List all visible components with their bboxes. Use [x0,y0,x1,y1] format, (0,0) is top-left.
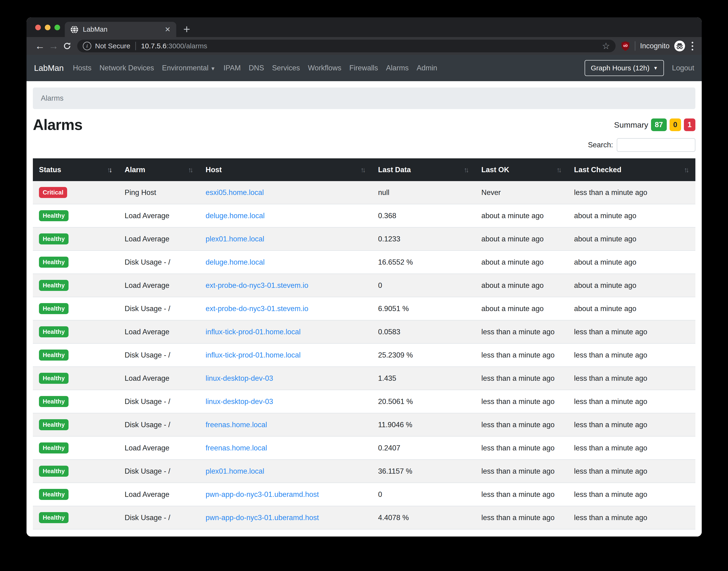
last-data-cell: 6.9051 % [372,297,475,320]
column-header-last-data[interactable]: Last Data↑↓ [372,158,475,181]
close-window-button[interactable] [35,25,41,30]
table-row: HealthyLoad Averagelinux-desktop-dev-031… [33,367,695,390]
last-ok-cell: less than a minute ago [475,320,568,343]
host-link[interactable]: deluge.home.local [206,212,265,220]
sort-icon[interactable]: ↑↓ [107,166,112,174]
graph-hours-button[interactable]: Graph Hours (12h) ▼ [585,60,664,76]
last-ok-cell: less than a minute ago [475,390,568,413]
column-header-status[interactable]: Status↑↓ [33,158,118,181]
summary-warning-badge: 0 [669,118,681,131]
table-row: HealthyDisk Usage - /pwn-app-do-nyc3-01.… [33,506,695,529]
last-data-cell: 4.4078 % [372,506,475,529]
host-cell: ext-probe-do-nyc3-01.stevem.io [200,274,372,297]
nav-item-environmental[interactable]: Environmental▼ [158,64,219,72]
nav-item-network-devices[interactable]: Network Devices [96,64,158,72]
nav-item-ipam[interactable]: IPAM [219,64,245,72]
new-tab-button[interactable]: + [183,22,190,36]
page-info-icon[interactable]: i [83,42,91,50]
last-ok-cell: less than a minute ago [475,436,568,460]
nav-item-hosts[interactable]: Hosts [69,64,95,72]
nav-item-workflows[interactable]: Workflows [304,64,345,72]
browser-tab[interactable]: LabMan ✕ [65,22,176,37]
host-link[interactable]: linux-desktop-dev-03 [206,374,273,382]
status-badge: Healthy [39,303,69,314]
host-link[interactable]: influx-tick-prod-01.home.local [206,351,301,359]
nav-item-alarms[interactable]: Alarms [382,64,413,72]
reload-icon[interactable] [60,41,74,51]
nav-item-firewalls[interactable]: Firewalls [345,64,382,72]
browser-menu-icon[interactable] [690,42,695,50]
bookmark-star-icon[interactable]: ☆ [602,41,610,50]
nav-item-dns[interactable]: DNS [245,64,268,72]
nav-item-services[interactable]: Services [268,64,304,72]
host-link[interactable]: plex01.home.local [206,235,264,243]
toolbar-right: uO Incognito [621,40,695,51]
ublock-extension-icon[interactable]: uO [621,41,630,51]
host-link[interactable]: pwn-app-do-nyc3-01.uberamd.host [206,513,319,522]
host-link[interactable]: influx-tick-prod-01.home.local [206,328,301,336]
host-link[interactable]: freenas.home.local [206,421,267,429]
last-ok-cell: about a minute ago [475,204,568,227]
host-link[interactable]: ext-probe-do-nyc3-01.stevem.io [206,305,308,313]
alarm-cell: Load Average [118,274,200,297]
host-link[interactable]: ext-probe-do-nyc3-01.stevem.io [206,281,308,290]
address-bar[interactable]: i Not Secure 10.7.5.6:3000/alarms ☆ [77,40,616,52]
host-cell: deluge.home.local [200,250,372,274]
nav-item-label: Network Devices [100,64,154,72]
back-icon[interactable]: ← [33,41,47,51]
alarm-cell: Load Average [118,204,200,227]
nav-item-label: Services [272,64,300,72]
graph-hours-label: Graph Hours (12h) [591,64,649,72]
host-cell: linux-desktop-dev-03 [200,367,372,390]
status-badge: Critical [39,187,67,198]
last-ok-cell: about a minute ago [475,250,568,274]
logout-link[interactable]: Logout [672,64,694,72]
summary-label: Summary [614,120,648,129]
column-header-alarm[interactable]: Alarm↑↓ [118,158,200,181]
host-link[interactable]: linux-desktop-dev-03 [206,397,273,406]
status-cell: Healthy [33,367,118,390]
nav-item-label: Admin [417,64,437,72]
host-link[interactable]: freenas.home.local [206,444,267,452]
column-header-last-checked[interactable]: Last Checked↑↓ [568,158,695,181]
column-header-host[interactable]: Host↑↓ [200,158,372,181]
last-data-cell: 20.5061 % [372,390,475,413]
last-data-cell: 0 [372,274,475,297]
forward-icon[interactable]: → [47,41,60,51]
last-checked-cell: less than a minute ago [568,506,695,529]
column-header-last-ok[interactable]: Last OK↑↓ [475,158,568,181]
host-cell: influx-tick-prod-01.home.local [200,320,372,343]
sort-icon[interactable]: ↑↓ [464,166,469,174]
sort-icon[interactable]: ↑↓ [360,166,366,174]
maximize-window-button[interactable] [55,25,60,30]
minimize-window-button[interactable] [45,25,50,30]
breadcrumb-item: Alarms [41,94,63,102]
summary-critical-badge: 1 [684,118,695,131]
host-link[interactable]: pwn-app-do-nyc3-01.uberamd.host [206,490,319,498]
sort-icon[interactable]: ↑↓ [556,166,562,174]
host-cell: influx-tick-prod-01.home.local [200,343,372,367]
security-label: Not Secure [95,42,130,50]
host-link[interactable]: deluge.home.local [206,258,265,266]
sort-icon[interactable]: ↑↓ [684,166,689,174]
last-ok-cell: Never [475,181,568,204]
summary-search-area: Summary 87 0 1 Search: [588,117,695,152]
host-cell: ext-probe-do-nyc3-01.stevem.io [200,297,372,320]
host-link[interactable]: plex01.home.local [206,467,264,475]
table-row: HealthyLoad Averageinflux-tick-prod-01.h… [33,320,695,343]
last-ok-cell: about a minute ago [475,227,568,250]
navbar-brand[interactable]: LabMan [34,63,64,73]
nav-item-label: IPAM [223,64,241,72]
table-row: HealthyLoad Averageplex01.home.local0.12… [33,227,695,250]
sort-icon[interactable]: ↑↓ [188,166,193,174]
host-link[interactable]: esxi05.home.local [206,188,264,197]
search-input[interactable] [617,138,695,152]
tab-close-icon[interactable]: ✕ [165,26,171,33]
page-title: Alarms [33,117,82,133]
last-data-cell: 25.2309 % [372,343,475,367]
table-row: HealthyLoad Averageext-probe-do-nyc3-01.… [33,274,695,297]
nav-item-admin[interactable]: Admin [413,64,441,72]
alarm-cell: Disk Usage - / [118,413,200,436]
last-data-cell: 36.1157 % [372,460,475,483]
last-checked-cell: less than a minute ago [568,320,695,343]
